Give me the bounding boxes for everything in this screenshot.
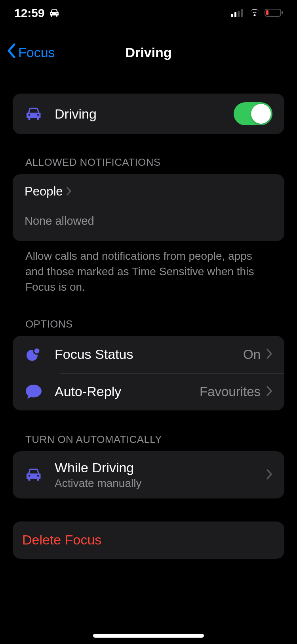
toggle-knob xyxy=(251,104,271,124)
car-status-icon xyxy=(49,9,60,17)
people-row[interactable]: People None allowed xyxy=(13,174,284,241)
chevron-right-icon xyxy=(266,346,272,363)
auto-reply-value: Favourites xyxy=(200,384,261,399)
speech-bubble-icon xyxy=(22,384,45,400)
wifi-icon xyxy=(249,6,261,20)
options-header: OPTIONS xyxy=(13,318,284,336)
auto-reply-label: Auto-Reply xyxy=(55,384,200,399)
auto-reply-row[interactable]: Auto-Reply Favourites xyxy=(13,373,284,410)
focus-toggle-group: Driving xyxy=(13,94,284,134)
svg-rect-0 xyxy=(231,14,233,17)
options-group: OPTIONS Focus Status On Auto-Rep xyxy=(13,318,284,410)
chevron-right-icon xyxy=(266,383,272,400)
status-bar-left: 12:59 xyxy=(14,6,60,20)
status-bar: 12:59 xyxy=(0,0,297,26)
automatic-group: TURN ON AUTOMATICALLY While Driving Acti… xyxy=(13,433,284,498)
delete-focus-label: Delete Focus xyxy=(22,532,101,548)
focus-status-label: Focus Status xyxy=(55,347,243,362)
svg-rect-3 xyxy=(241,9,243,17)
navigation-bar: Focus Driving xyxy=(0,35,297,70)
svg-rect-6 xyxy=(282,11,283,14)
svg-rect-2 xyxy=(238,11,240,17)
cellular-icon xyxy=(231,6,245,20)
people-label: People xyxy=(25,184,63,199)
chevron-right-icon xyxy=(66,185,72,198)
while-driving-row[interactable]: While Driving Activate manually xyxy=(13,451,284,498)
battery-icon xyxy=(265,6,284,20)
allowed-notifications-group: ALLOWED NOTIFICATIONS People None allowe… xyxy=(13,156,284,295)
svg-point-8 xyxy=(34,348,40,354)
content-area: Driving ALLOWED NOTIFICATIONS People Non… xyxy=(0,79,297,644)
status-time: 12:59 xyxy=(14,6,45,20)
home-indicator[interactable] xyxy=(93,634,204,638)
car-icon xyxy=(22,107,45,121)
driving-toggle-label: Driving xyxy=(55,106,234,122)
allowed-notifications-footer: Allow calls and notifications from peopl… xyxy=(13,241,284,295)
page-title: Driving xyxy=(125,45,171,60)
while-driving-label: While Driving xyxy=(55,460,266,475)
allowed-notifications-header: ALLOWED NOTIFICATIONS xyxy=(13,156,284,174)
svg-rect-1 xyxy=(234,12,236,17)
delete-focus-row[interactable]: Delete Focus xyxy=(13,521,284,559)
while-driving-detail: Activate manually xyxy=(55,477,266,490)
focus-status-row[interactable]: Focus Status On xyxy=(13,336,284,373)
driving-toggle-row[interactable]: Driving xyxy=(13,94,284,134)
back-button[interactable]: Focus xyxy=(6,35,55,70)
status-bar-right xyxy=(231,6,284,20)
automatic-header: TURN ON AUTOMATICALLY xyxy=(13,433,284,451)
delete-group: Delete Focus xyxy=(13,521,284,559)
chevron-left-icon xyxy=(6,43,16,62)
driving-toggle-switch[interactable] xyxy=(234,102,272,125)
car-icon xyxy=(22,468,45,482)
focus-status-icon xyxy=(22,346,45,363)
back-label: Focus xyxy=(18,45,55,60)
svg-rect-5 xyxy=(266,10,268,15)
chevron-right-icon xyxy=(266,466,272,483)
focus-status-value: On xyxy=(243,347,261,362)
people-detail: None allowed xyxy=(25,215,94,228)
